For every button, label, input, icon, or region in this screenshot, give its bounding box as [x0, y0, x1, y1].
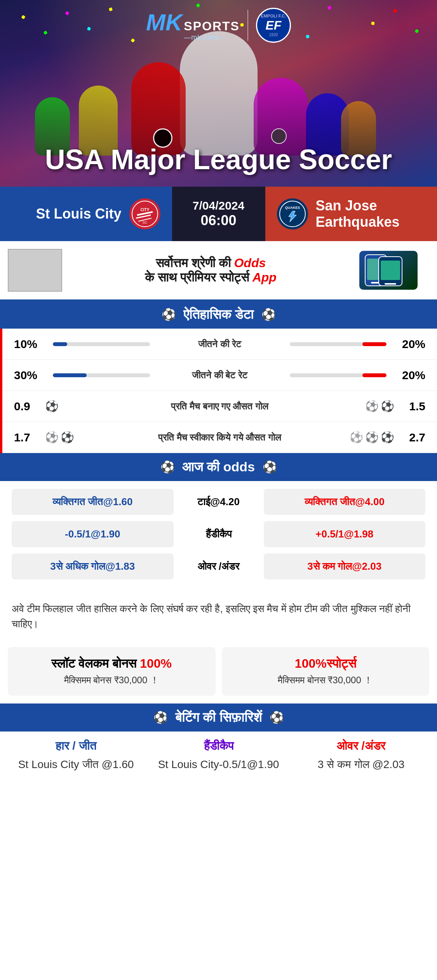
promo-app-image: [359, 251, 429, 290]
team-away-area: QUAKES San Jose Earthquakes: [265, 187, 437, 241]
ball-icon-5: ⚽: [61, 431, 74, 444]
odds-row-over-under: 3से अधिक गोल@1.83 ओवर /अंडर 3से कम गोल@2…: [12, 553, 425, 579]
league-title: USA Major League Soccer: [45, 144, 392, 175]
bonus-sports-subtitle: मैक्सिमम बोनस ₹30,000 ！: [230, 674, 422, 686]
ball-icon-2: ⚽: [365, 400, 379, 413]
ball-icon-3: ⚽: [381, 400, 394, 413]
promo-text-area: सर्वोत्तम श्रेणी की Odds के साथ प्रीमियर…: [62, 256, 359, 285]
empoli-name: EMPOLI F.C.: [261, 14, 286, 18]
team-away-logo: QUAKES: [277, 198, 308, 229]
odds-over[interactable]: 3से अधिक गोल@1.83: [12, 553, 174, 579]
odds-handicap-label: हैंडीकैप: [180, 528, 258, 540]
promo-text: सर्वोत्तम श्रेणी की Odds के साथ प्रीमियर…: [70, 256, 352, 285]
players-area: [0, 31, 437, 156]
ball-icon-8: ⚽: [381, 431, 394, 444]
match-center: 7/04/2024 06:00: [172, 187, 265, 241]
odds-row-handicap: -0.5/1@1.90 हैंडीकैप +0.5/1@1.98: [12, 521, 425, 547]
svg-rect-13: [381, 261, 400, 280]
bonus-card-sports[interactable]: 100%स्पोर्ट्स मैक्सिमम बोनस ₹30,000 ！: [222, 647, 430, 696]
svg-text:CITY: CITY: [140, 208, 149, 212]
historical-section-header: ⚽ ऐतिहासिक डेटा ⚽: [0, 301, 437, 329]
odds-away-win[interactable]: व्यक्तिगत जीत@4.00: [264, 489, 426, 515]
stat-left-avg-goals-conceded: 1.7: [14, 431, 45, 444]
promo-text-p2: के साथ प्रीमियर स्पोर्ट्स: [145, 270, 249, 284]
stl-logo-svg: CITY SC: [131, 200, 158, 228]
promo-text-p1: सर्वोत्तम श्रेणी की: [156, 256, 231, 270]
stat-label-avg-goals-conceded: प्रति मैच स्वीकार किये गये औसत गोल: [84, 432, 355, 443]
brand-url: —mk.com—: [184, 33, 240, 42]
bonus-sports-title: 100%स्पोर्ट्स: [230, 656, 422, 671]
rec-grid: हार / जीत St Louis City जीत @1.60 हैंडीक…: [8, 739, 429, 772]
ball-icon-7: ⚽: [365, 431, 379, 444]
odds-under[interactable]: 3से कम गोल@2.03: [264, 553, 426, 579]
sports-text: SPORTS: [184, 19, 240, 33]
stat-right-win-rate: 20%: [394, 338, 425, 351]
rec-type-win-loss: हार / जीत: [8, 739, 144, 753]
stat-label-avg-goals-scored: प्रति मैच बनाए गए औसत गोल: [84, 401, 355, 412]
rec-card-handicap: हैंडीकैप St Louis City-0.5/1@1.90: [150, 739, 287, 772]
match-time: 06:00: [200, 212, 236, 229]
stat-row-avg-goals-conceded: 1.7 ⚽ ⚽ प्रति मैच स्वीकार किये गये औसत ग…: [2, 422, 437, 453]
team-home-name: St Louis City: [36, 206, 121, 222]
odds-section-header: ⚽ आज की odds ⚽: [0, 453, 437, 481]
betting-rec-title: बेटिंग की सिफ़ारिशें: [175, 710, 262, 725]
odds-home-win[interactable]: व्यक्तिगत जीत@1.60: [12, 489, 174, 515]
empoli-badge: EMPOLI F.C. EF 1920: [256, 8, 291, 43]
stat-icon-right-avg-goals-conceded: ⚽ ⚽ ⚽: [355, 431, 394, 444]
odds-away-handicap[interactable]: +0.5/1@1.98: [264, 521, 426, 547]
empoli-year: 1920: [269, 33, 278, 37]
stat-label-bet-win-rate: जीतने की बेट रेट: [158, 370, 282, 381]
odds-home-handicap[interactable]: -0.5/1@1.90: [12, 521, 174, 547]
odds-over-under-label: ओवर /अंडर: [180, 560, 258, 572]
sj-logo-svg: QUAKES: [279, 200, 306, 228]
app-phones-graphic: [359, 251, 418, 290]
historical-data-section: 10% जीतने की रेट 20% 30% जीतने की बेट रे…: [0, 329, 437, 453]
empoli-initial: EF: [265, 18, 281, 33]
stat-icon-right-avg-goals-scored: ⚽ ⚽: [355, 400, 394, 413]
info-text: अवे टीम फिलहाल जीत हासिल करने के लिए संघ…: [12, 601, 425, 632]
bonus-slot-title: स्लॉट वेलकम बोनस 100%: [16, 656, 208, 671]
stat-bar-fill-left-win-rate: [53, 342, 67, 346]
stat-label-win-rate: जीतने की रेट: [158, 339, 282, 350]
stat-bar-fill-right-win-rate: [362, 342, 387, 346]
header-banner: MK SPORTS —mk.com— EMPOLI F.C. EF 1920: [0, 0, 437, 187]
match-date: 7/04/2024: [193, 199, 244, 212]
betting-ball-icon-right: ⚽: [270, 710, 284, 724]
odds-ball-icon-right: ⚽: [263, 460, 277, 474]
team-away-name: San Jose Earthquakes: [316, 198, 426, 230]
odds-section: व्यक्तिगत जीत@1.60 टाई@4.20 व्यक्तिगत जी…: [0, 481, 437, 593]
header-logo-area: MK SPORTS —mk.com— EMPOLI F.C. EF 1920: [0, 8, 437, 43]
ball-icon-1: ⚽: [45, 400, 59, 413]
team-home-logo: CITY SC: [129, 198, 160, 229]
stat-right-avg-goals-scored: 1.5: [394, 400, 425, 413]
rec-value-win-loss: St Louis City जीत @1.60: [8, 757, 144, 772]
info-text-section: अवे टीम फिलहाल जीत हासिल करने के लिए संघ…: [0, 593, 437, 639]
bonus-section: स्लॉट वेलकम बोनस 100% मैक्सिमम बोनस ₹30,…: [0, 639, 437, 704]
stat-icon-left-avg-goals-conceded: ⚽ ⚽: [45, 431, 84, 444]
rec-card-over-under: ओवर /अंडर 3 से कम गोल @2.03: [293, 739, 429, 772]
svg-rect-14: [385, 283, 396, 285]
bonus-card-slot[interactable]: स्लॉट वेलकम बोनस 100% मैक्सिमम बोनस ₹30,…: [8, 647, 216, 696]
rec-type-over-under: ओवर /अंडर: [293, 739, 429, 753]
odds-row-win: व्यक्तिगत जीत@1.60 टाई@4.20 व्यक्तिगत जी…: [12, 489, 425, 515]
mk-logo: MK SPORTS —mk.com—: [146, 9, 240, 42]
promo-app-highlight: App: [252, 270, 277, 284]
stat-row-win-rate: 10% जीतने की रेट 20%: [2, 329, 437, 360]
stat-bar-right-bet-win-rate: [290, 373, 387, 377]
rec-value-over-under: 3 से कम गोल @2.03: [293, 757, 429, 772]
promo-banner: सर्वोत्तम श्रेणी की Odds के साथ प्रीमियर…: [0, 241, 437, 301]
stat-bar-fill-left-bet-win-rate: [53, 373, 87, 377]
soccer-ball-icon-left: ⚽: [162, 308, 176, 322]
stat-bar-left-win-rate: [53, 342, 150, 346]
phones-svg: [363, 253, 414, 288]
rec-card-win-loss: हार / जीत St Louis City जीत @1.60: [8, 739, 144, 772]
ball-icon-6: ⚽: [350, 431, 363, 444]
stat-right-avg-goals-conceded: 2.7: [394, 431, 425, 444]
bonus-slot-subtitle: मैक्सिमम बोनस ₹30,000 ！: [16, 674, 208, 686]
stat-icon-left-avg-goals-scored: ⚽: [45, 400, 84, 413]
stat-right-bet-win-rate: 20%: [394, 369, 425, 382]
svg-text:SC: SC: [142, 220, 147, 224]
promo-odds-highlight: Odds: [234, 256, 266, 270]
stat-bar-left-bet-win-rate: [53, 373, 150, 377]
stat-bar-right-win-rate: [290, 342, 387, 346]
